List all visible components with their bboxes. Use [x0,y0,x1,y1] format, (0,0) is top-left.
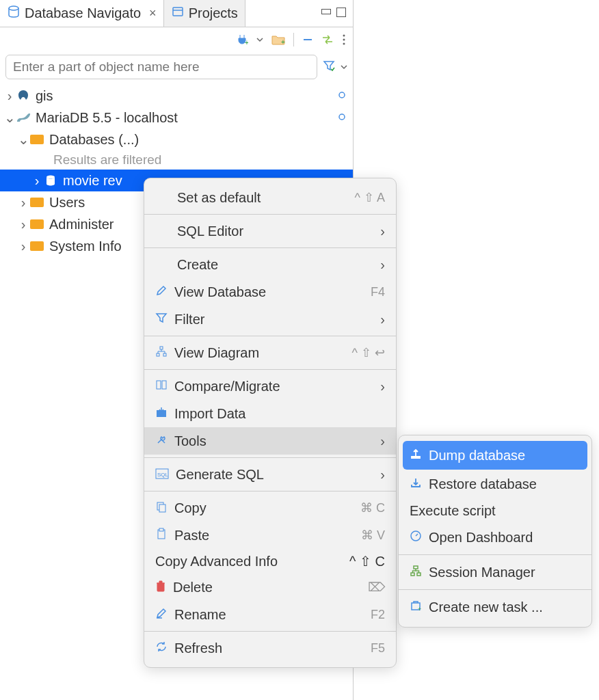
folder-icon [29,241,45,251]
svg-rect-1 [173,8,183,16]
folder-icon [29,219,45,229]
menu-filter[interactable]: Filter› [144,306,396,333]
context-menu: Set as default^ ⇧ A SQL Editor› Create› … [144,178,397,668]
refresh-icon [155,641,168,656]
tools-icon [155,433,168,449]
connection-badge-icon [336,88,347,104]
search-input[interactable] [5,55,317,79]
menu-tools[interactable]: Tools› [144,427,396,455]
tab-label: Projects [189,5,238,21]
chevron-right-icon[interactable]: › [4,88,15,104]
tab-database-navigator[interactable]: Database Navigato × [0,0,164,27]
svg-rect-25 [417,573,421,576]
submenu-execute[interactable]: Execute script [399,498,591,523]
svg-text:+: + [281,38,285,45]
chevron-down-icon[interactable]: ⌄ [4,109,15,126]
paste-icon [155,528,168,543]
filter-funnel-icon[interactable] [323,59,335,75]
svg-rect-14 [162,381,166,389]
dropdown-icon[interactable] [341,61,347,73]
maximize-icon[interactable] [336,8,346,20]
submenu-restore[interactable]: Restore database [399,470,591,498]
import-icon [155,406,168,422]
dropdown-icon[interactable] [256,36,263,43]
rename-icon [155,607,168,623]
chevron-right-icon: › [380,379,385,394]
folder-add-icon[interactable]: + [271,34,285,45]
submenu-new-task[interactable]: + Create new task ... [399,593,591,621]
svg-text:+: + [418,606,421,612]
chevron-right-icon[interactable]: › [18,195,29,211]
sql-icon: SQL [155,467,169,483]
menu-paste[interactable]: Paste⌘ V [144,522,396,549]
svg-rect-19 [159,504,165,512]
chevron-down-icon[interactable]: ⌄ [18,131,29,148]
svg-rect-10 [160,347,163,349]
collapse-icon[interactable] [302,36,313,44]
svg-point-7 [343,39,345,41]
minimize-icon[interactable] [321,8,331,20]
menu-delete[interactable]: Delete⌦ [144,574,396,601]
menu-copy[interactable]: Copy⌘ C [144,494,396,522]
menu-set-default[interactable]: Set as default^ ⇧ A [144,184,396,211]
funnel-icon [155,312,168,327]
menu-refresh[interactable]: RefreshF5 [144,634,396,662]
svg-point-6 [343,35,345,37]
menu-rename[interactable]: RenameF2 [144,601,396,628]
chevron-right-icon: › [380,312,385,327]
chevron-right-icon: › [380,433,385,449]
svg-text:+: + [245,39,248,46]
menu-generate-sql[interactable]: SQL Generate SQL› [144,461,396,488]
submenu-dump[interactable]: Dump database [403,441,587,470]
submenu-dashboard[interactable]: Open Dashboard [399,523,591,552]
plug-icon[interactable]: + [236,33,248,46]
tab-label: Database Navigato [25,5,141,21]
menu-create[interactable]: Create› [144,251,396,278]
submenu-session[interactable]: Session Manager [399,558,591,587]
database-icon [7,5,21,22]
compare-icon [155,379,168,394]
link-arrows-icon[interactable] [321,35,334,44]
tree-label: MariaDB 5.5 - localhost [36,110,178,126]
close-icon[interactable]: × [149,6,157,21]
menu-view-diagram[interactable]: View Diagram^ ⇧ ↩ [144,339,396,366]
diagram-icon [155,345,168,361]
mariadb-icon [15,112,31,123]
svg-point-8 [343,43,345,45]
chevron-right-icon[interactable]: › [31,173,42,189]
chevron-right-icon: › [380,257,385,273]
menu-import[interactable]: Import Data [144,400,396,427]
postgres-icon [15,89,31,103]
chevron-right-icon: › [380,467,385,483]
tools-submenu: Dump database Restore database Execute s… [398,435,592,628]
task-icon: + [410,600,422,615]
svg-rect-21 [159,528,163,531]
menu-view-database[interactable]: View DatabaseF4 [144,278,396,306]
tree-item-databases[interactable]: ⌄ Databases (...) [0,129,353,150]
copy-icon [155,500,168,516]
tree-item-mariadb[interactable]: ⌄ MariaDB 5.5 - localhost [0,107,353,129]
svg-rect-13 [157,381,161,389]
svg-rect-12 [163,353,166,356]
tree-label: Databases (...) [49,132,139,148]
menu-compare[interactable]: Compare/Migrate› [144,373,396,400]
chevron-right-icon[interactable]: › [18,217,29,232]
folder-db-icon [29,135,45,144]
folder-icon [29,198,45,207]
svg-point-0 [9,6,18,10]
tree-label: Administer [49,217,114,232]
menu-sql-editor[interactable]: SQL Editor› [144,217,396,245]
svg-rect-11 [157,353,159,356]
tree-label: movie rev [63,173,122,189]
menu-copy-advanced[interactable]: Copy Advanced Info^ ⇧ C [144,549,396,574]
window-controls [315,8,353,20]
svg-rect-23 [414,566,418,569]
tree-label: System Info [49,239,122,254]
chevron-right-icon[interactable]: › [18,239,29,254]
tree-item-gis[interactable]: › gis [0,85,353,107]
projects-icon [171,5,185,22]
tab-projects[interactable]: Projects [164,0,245,27]
gauge-icon [410,530,422,546]
more-icon[interactable] [342,33,346,46]
svg-text:SQL: SQL [157,472,169,478]
